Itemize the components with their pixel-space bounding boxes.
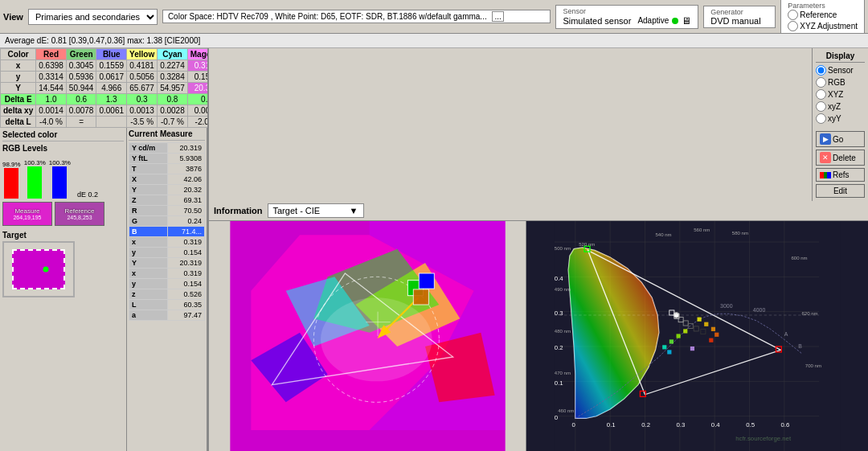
measure-row-label: x <box>129 269 168 279</box>
row-label-3: Delta E <box>1 94 36 105</box>
measure-row-value: 42.06 <box>168 174 205 185</box>
svg-rect-61 <box>709 338 713 342</box>
measure-row-value: 97.47 <box>168 310 205 321</box>
measure-row-value: 71.4... <box>168 227 205 237</box>
measure-row-value: 0.319 <box>168 237 205 248</box>
table-cell: 0.1559 <box>96 60 127 72</box>
svg-text:0.2: 0.2 <box>555 344 563 351</box>
go-icon: ▶ <box>820 133 831 145</box>
measure-row-value: 20.319 <box>168 258 205 269</box>
table-cell: -0.7 % <box>158 117 188 128</box>
measure-row-label: Y cd/m <box>129 143 168 154</box>
svg-rect-57 <box>698 318 702 322</box>
green-bar-group: 100.3% <box>24 159 46 199</box>
table-cell: 0.0016 <box>187 105 207 117</box>
table-cell: 0.8 <box>158 94 188 105</box>
view-dropdown[interactable]: Primaries and secondaries <box>28 9 158 25</box>
row-label-2: Y <box>1 83 36 94</box>
target-label: Target <box>2 231 124 240</box>
target-section: Target <box>2 231 124 297</box>
table-cell: 65.677 <box>127 83 158 94</box>
chromaticity-svg: 0 0.1 0.2 0.3 0.4 0.5 0.6 0 0.1 0.2 0.3 <box>526 221 868 451</box>
svg-text:A: A <box>784 331 788 337</box>
dropdown-arrow-icon: ▼ <box>350 206 358 215</box>
svg-rect-59 <box>711 327 715 331</box>
table-cell: 0.6398 <box>36 60 67 72</box>
target-inner <box>12 249 65 289</box>
col-header-magenta: Magenta <box>187 49 207 60</box>
blue-bar <box>52 166 67 199</box>
svg-rect-58 <box>704 322 708 326</box>
measure-swatch: Measure 264,19,195 <box>2 202 52 226</box>
bottom-section: Selected color RGB Levels 98.9% 100.3% 1… <box>0 128 207 451</box>
svg-text:560 nm: 560 nm <box>694 228 710 232</box>
svg-text:470 nm: 470 nm <box>555 371 571 375</box>
params-xyz-option[interactable]: XYZ Adjustment <box>788 21 858 31</box>
svg-text:0.4: 0.4 <box>555 275 564 282</box>
svg-text:580 nm: 580 nm <box>732 231 748 236</box>
col-header-cyan: Cyan <box>158 49 188 60</box>
table-cell: 0.6 <box>66 94 96 105</box>
svg-text:4000: 4000 <box>753 307 766 313</box>
measure-row-label: G <box>129 216 168 227</box>
table-cell: 1.3 <box>96 94 127 105</box>
delete-button[interactable]: ✕ Delete <box>816 150 865 166</box>
radio-xyy[interactable]: xyY <box>816 113 865 124</box>
table-cell: 0.3045 <box>66 60 96 72</box>
svg-text:490 nm: 490 nm <box>555 287 571 292</box>
chromaticity-chart: 0 0.1 0.2 0.3 0.4 0.5 0.6 0 0.1 0.2 0.3 <box>526 221 868 451</box>
svg-rect-66 <box>667 350 671 354</box>
table-cell: 0.3194 <box>187 60 207 72</box>
radio-xyz2[interactable]: xyZ <box>816 101 865 112</box>
measure-row-value: 0.526 <box>168 289 205 300</box>
measure-row-value: 5.9308 <box>168 154 205 164</box>
colorspace-more-btn[interactable]: ... <box>492 11 503 22</box>
measure-row-value: 69.31 <box>168 195 205 206</box>
svg-rect-65 <box>662 345 666 349</box>
sensor-section: Sensor Simulated sensor Adaptive 🖥 <box>555 5 698 29</box>
info-header: Information Target - CIE ▼ <box>209 201 868 221</box>
table-cell: 0.2274 <box>158 60 188 72</box>
svg-text:0.1: 0.1 <box>555 379 563 387</box>
avg-bar: Average dE: 0.81 [0.39,0.47,0.36] max: 1… <box>0 34 868 48</box>
svg-text:0.1: 0.1 <box>607 421 616 428</box>
sensor-monitor-icon: 🖥 <box>682 15 691 27</box>
svg-text:hcfr.sourceforge.net: hcfr.sourceforge.net <box>735 435 792 442</box>
current-measure-title: Current Measure <box>129 129 205 141</box>
info-dropdown[interactable]: Target - CIE ▼ <box>268 203 364 218</box>
cie-svg <box>209 221 526 451</box>
go-button[interactable]: ▶ Go <box>816 131 865 147</box>
svg-text:0.3: 0.3 <box>555 310 563 317</box>
params-reference-option[interactable]: Reference <box>788 10 858 20</box>
view-label: View <box>3 12 23 22</box>
table-cell: 54.957 <box>158 83 188 94</box>
refs-button[interactable]: Refs <box>816 168 865 182</box>
svg-text:0.3: 0.3 <box>677 421 686 428</box>
table-cell: 0.5936 <box>66 72 96 83</box>
color-swatches: Measure 264,19,195 Reference 245,8,253 <box>2 202 124 226</box>
table-cell: 0.3314 <box>36 72 67 83</box>
radio-rgb[interactable]: RGB <box>816 77 865 88</box>
table-cell: = <box>66 117 96 128</box>
measure-row-label: T <box>129 164 168 174</box>
sensor-value: Simulated sensor <box>563 16 631 26</box>
measure-row-label: B <box>129 227 168 237</box>
blue-bar-group: 100.3% <box>49 159 71 199</box>
reference-swatch: Reference 245,8,253 <box>55 202 104 226</box>
measure-row-value: 20.319 <box>168 143 205 154</box>
svg-text:0: 0 <box>555 414 559 421</box>
measure-row-value: 3876 <box>168 164 205 174</box>
edit-button[interactable]: Edit <box>816 184 865 198</box>
radio-sensor[interactable]: Sensor <box>816 65 865 76</box>
table-cell: 0.0013 <box>127 105 158 117</box>
row-label-4: delta xy <box>1 105 36 117</box>
table-cell: 0.3 <box>127 94 158 105</box>
selected-color-panel: Selected color RGB Levels 98.9% 100.3% 1… <box>0 128 127 451</box>
measure-row-label: z <box>129 289 168 300</box>
svg-rect-62 <box>683 329 687 333</box>
cie-spectrum-locus <box>209 221 526 451</box>
delete-icon: ✕ <box>820 152 831 163</box>
radio-xyz[interactable]: XYZ <box>816 89 865 100</box>
measure-row-label: R <box>129 206 168 216</box>
row-label-5: delta L <box>1 117 36 128</box>
